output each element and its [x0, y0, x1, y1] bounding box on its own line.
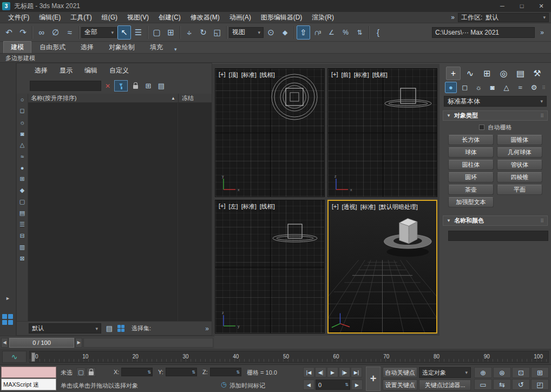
hierarchy-panel-tab[interactable]: ⊞ — [480, 67, 494, 80]
go-to-end-button[interactable]: ▶| — [351, 367, 362, 377]
bind-to-spacewarp-button[interactable]: ≈ — [63, 25, 76, 40]
name-column-header[interactable]: 名称(按升序排序) ▲ — [28, 94, 178, 102]
viewport-pov-button[interactable]: [标准] — [241, 71, 257, 79]
explorer-filter-icon[interactable]: ◆ — [18, 186, 27, 194]
previous-key-button[interactable]: ◀| — [315, 367, 326, 377]
y-coordinate-field[interactable]: ⇅ — [166, 368, 197, 376]
tab-object-paint[interactable]: 对象绘制 — [102, 42, 142, 53]
scene-explorer-grid-icon[interactable] — [117, 325, 124, 332]
explorer-filter-icon[interactable]: ▤ — [18, 209, 27, 217]
zoom-extents-icon[interactable]: ⊡ — [512, 367, 530, 378]
unlink-selection-button[interactable]: ∅ — [49, 25, 62, 40]
dock-expand-button[interactable]: ► — [5, 296, 10, 301]
button-sphere[interactable]: 球体 — [448, 147, 494, 158]
reference-coordinate-system-dropdown[interactable]: 视图 ▾ — [229, 27, 264, 38]
spacewarps-category-button[interactable]: ≈ — [514, 82, 526, 93]
previous-frame-button[interactable]: ◀ — [303, 380, 314, 390]
y-input[interactable] — [166, 369, 192, 375]
spinner-icon[interactable]: ⇅ — [345, 382, 350, 387]
button-torus[interactable]: 圆环 — [448, 172, 494, 182]
lights-category-button[interactable]: ☼ — [473, 82, 484, 93]
x-input[interactable] — [122, 369, 147, 375]
menu-file[interactable]: 文件(F) — [3, 12, 34, 23]
explorer-filter-icon[interactable]: ⊞ — [18, 175, 27, 183]
orbit-icon[interactable]: ↺ — [512, 379, 530, 390]
select-and-scale-button[interactable]: ◱ — [211, 25, 224, 40]
viewport-shading-button[interactable]: [线框] — [260, 71, 275, 79]
spinner-icon[interactable]: ⇅ — [147, 370, 152, 375]
tab-modeling[interactable]: 建模 — [3, 41, 31, 53]
explorer-filter-icon[interactable]: ≈ — [18, 152, 27, 160]
next-key-button[interactable]: |▶ — [339, 367, 350, 377]
zoom-icon[interactable]: ⊕ — [474, 367, 492, 378]
menu-views[interactable]: 视图(V) — [122, 12, 154, 23]
angle-snap-toggle[interactable]: ∠ — [325, 25, 338, 40]
z-coordinate-field[interactable]: ⇅ — [210, 368, 241, 376]
viewport-menu-button[interactable]: [+] — [331, 71, 338, 79]
primitive-category-dropdown[interactable]: 标准基本体 ▾ — [444, 96, 547, 107]
maxscript-macro-recorder[interactable] — [1, 367, 56, 378]
spinner-snap-toggle[interactable]: ⇅ — [353, 25, 366, 40]
viewport-shading-button[interactable]: [线框] — [260, 202, 275, 211]
x-coordinate-field[interactable]: ⇅ — [121, 368, 153, 376]
redo-button[interactable]: ↷ — [16, 25, 30, 40]
isolate-selection-icon[interactable]: ▢ — [76, 368, 86, 377]
project-folder-field[interactable]: C:\Users\··· Max 2021 — [432, 27, 535, 38]
menu-create[interactable]: 创建(C) — [154, 12, 186, 23]
undo-button[interactable]: ↶ — [2, 25, 16, 40]
explorer-menu-edit[interactable]: 编辑 — [78, 66, 103, 75]
menu-animation[interactable]: 动画(A) — [225, 12, 256, 23]
spinner-icon[interactable]: ⇅ — [236, 370, 241, 375]
menu-graph-editors[interactable]: 图形编辑器(D) — [256, 12, 307, 23]
explorer-filter-icon[interactable]: ◻ — [18, 107, 27, 115]
expand-all-icon[interactable]: ⊞ — [143, 81, 154, 91]
rectangular-selection-region-button[interactable]: ▢ — [150, 25, 163, 40]
window-crossing-toggle[interactable]: ⊞ — [164, 25, 178, 40]
tab-selection[interactable]: 选择 — [74, 42, 101, 53]
current-frame-field[interactable]: 0 ⇅ — [316, 380, 350, 390]
name-color-rollout[interactable]: ▼ 名称和颜色 ⠿ — [443, 215, 548, 226]
viewport-front[interactable]: [+] [前] [标准] [线框] x z — [327, 68, 437, 197]
key-filters-button[interactable]: 关键点过滤器... — [419, 380, 471, 390]
minimize-button[interactable]: ─ — [493, 0, 512, 12]
explorer-menu-customize[interactable]: 自定义 — [103, 66, 135, 75]
button-cone[interactable]: 圆锥体 — [497, 135, 542, 145]
lock-explorer-icon[interactable] — [130, 81, 141, 91]
button-plane[interactable]: 平面 — [497, 185, 542, 195]
select-and-link-button[interactable]: ∞ — [35, 25, 48, 40]
next-frame-button[interactable]: ▶ — [351, 380, 363, 390]
select-object-button[interactable]: ↖ — [117, 25, 131, 40]
snaps-3d-toggle[interactable]: ∩3 — [311, 25, 324, 40]
menu-modifiers[interactable]: 修改器(M) — [186, 12, 225, 23]
maximize-viewport-icon[interactable]: ◰ — [531, 379, 549, 390]
explorer-filter-icon[interactable]: ☼ — [18, 118, 27, 126]
select-and-manipulate-button[interactable]: ◆ — [278, 25, 292, 40]
shapes-category-button[interactable]: ◻ — [459, 82, 471, 93]
zoom-all-icon[interactable]: ⊛ — [493, 367, 511, 378]
time-forward-button[interactable]: ▶ — [75, 338, 82, 348]
menu-rendering[interactable]: 渲染(R) — [307, 12, 339, 23]
viewport-view-button[interactable]: [顶] — [229, 71, 238, 79]
explorer-filter-icon[interactable]: ◙ — [18, 129, 27, 138]
object-type-rollout[interactable]: ▼ 对象类型 ⠿ — [443, 110, 548, 121]
select-by-name-button[interactable]: ☰ — [132, 25, 145, 40]
frozen-column-header[interactable]: 冻结 — [178, 94, 212, 102]
clear-search-icon[interactable]: ✕ — [103, 82, 112, 90]
explorer-search-input[interactable] — [30, 81, 101, 91]
zoom-region-icon[interactable]: ▭ — [474, 379, 492, 390]
explorer-preset-dropdown[interactable]: 默认 ▾ — [29, 323, 101, 334]
clock-icon[interactable]: ◷ — [221, 381, 226, 388]
utilities-panel-tab[interactable]: ⚒ — [530, 67, 545, 80]
maximize-button[interactable]: □ — [512, 0, 532, 12]
geometry-category-button[interactable]: ● — [445, 82, 457, 93]
zoom-extents-all-icon[interactable]: ⊞ — [531, 367, 549, 378]
button-tube[interactable]: 管状体 — [497, 160, 542, 170]
tab-freeform[interactable]: 自由形式 — [32, 42, 73, 53]
menubar-overflow-icon[interactable]: » — [451, 14, 455, 21]
explorer-filter-icon[interactable]: ○ — [18, 95, 27, 103]
button-teapot[interactable]: 茶壶 — [448, 185, 494, 195]
timeline-ruler[interactable]: 0 10 20 30 40 50 60 70 80 90 100 — [29, 351, 549, 363]
create-panel-tab[interactable]: + — [446, 67, 461, 80]
tab-populate[interactable]: 填充 — [143, 42, 170, 53]
layer-stack-icon[interactable]: ▤ — [104, 323, 115, 334]
